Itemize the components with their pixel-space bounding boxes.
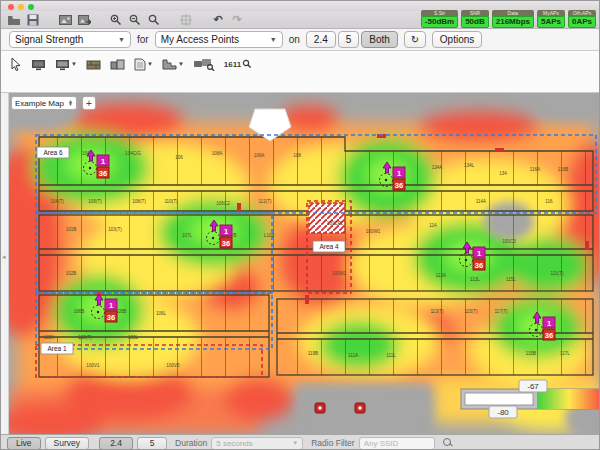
room-label: 110(T) [164, 199, 178, 204]
room-label: 111L [386, 353, 396, 358]
svg-text:1: 1 [101, 157, 105, 166]
floor-tool-icon[interactable]: ▼ [162, 58, 184, 71]
svg-text:36: 36 [107, 313, 115, 322]
area-label[interactable]: Area 4 [313, 241, 345, 252]
map-selector[interactable]: Example Map ▲▼ [11, 96, 77, 110]
room-label: 102B [66, 271, 77, 276]
survey-bottom-bar: Live Survey 2.4 5 Duration 5 seconds▼ Ra… [1, 434, 600, 450]
room-label: 101B [66, 227, 77, 232]
room-label: 117(T) [494, 309, 508, 314]
search-icon[interactable] [443, 438, 453, 448]
refresh-button[interactable]: ↻ [404, 31, 426, 48]
panel-collapse-handle[interactable]: ◂ [2, 253, 6, 261]
floor-plan-canvas[interactable]: 104L104C/G106108A106A108134A134L134116A1… [9, 93, 600, 434]
area-label[interactable]: Area 1 [41, 343, 73, 354]
close-window-button[interactable] [8, 4, 14, 10]
room-label: 100V5 [166, 363, 180, 368]
room-label: 106C2 [216, 201, 230, 206]
room-label: 106 [175, 155, 183, 160]
save-icon[interactable] [26, 13, 40, 26]
fit-view-icon[interactable] [179, 13, 193, 26]
band-both-button[interactable]: Both [361, 31, 398, 48]
excluded-zone-hatch[interactable] [309, 203, 345, 233]
status-badges: S.Str -50dBm SNR 50dB Data 216Mbps MyAPs… [421, 10, 596, 28]
room-label: 106L [156, 311, 167, 316]
bottom-band-2-4-button[interactable]: 2.4 [99, 437, 133, 450]
band-5-button[interactable]: 5 [338, 31, 360, 48]
other-aps-badge: Oth.APs 0APs [568, 10, 596, 28]
room-label: 116B [558, 167, 568, 172]
attenuation-tool-icon[interactable] [110, 58, 125, 71]
legend-range-handle[interactable] [465, 393, 533, 405]
room-label: 107L [182, 233, 193, 238]
open-folder-icon[interactable] [7, 13, 21, 26]
svg-text:1: 1 [547, 319, 551, 328]
legend-high-chip[interactable]: -67 [519, 380, 547, 392]
add-map-button[interactable]: + [82, 96, 96, 110]
floor-plan-walls [39, 137, 593, 377]
room-label: 108A [212, 151, 224, 156]
zoom-out-icon[interactable] [128, 13, 142, 26]
svg-text:-80: -80 [497, 408, 509, 417]
report-tool-icon[interactable]: ▼ [134, 58, 153, 71]
ap-visibility-tool-icon[interactable] [193, 57, 215, 71]
room-label: 109(T) [88, 199, 102, 204]
radio-filter-input[interactable] [359, 437, 435, 450]
svg-text:1: 1 [477, 249, 481, 258]
room-label: 112(T) [258, 199, 272, 204]
room-label: 100V1 [86, 363, 100, 368]
room-label: 113L [470, 277, 480, 282]
room-label: 114 [429, 223, 437, 228]
map-area: 104L104C/G106108A106A108134A134L134116A1… [9, 93, 600, 434]
refresh-icon: ↻ [411, 34, 419, 45]
snr-badge: SNR 50dB [461, 10, 489, 28]
svg-text:1: 1 [224, 227, 228, 236]
svg-text:36: 36 [395, 181, 403, 190]
undo-icon[interactable]: ↶ [211, 13, 225, 26]
room-label: 115B [526, 351, 536, 356]
room-label: 111(T) [551, 271, 564, 276]
display-menu-tool-icon[interactable]: ▼ [55, 58, 77, 71]
site-survey-app-window: ↶ ↷ S.Str -50dBm SNR 50dB Data 216Mbps M… [0, 0, 600, 450]
svg-text:36: 36 [99, 169, 107, 178]
zoom-in-icon[interactable] [109, 13, 123, 26]
redo-icon[interactable]: ↷ [230, 13, 244, 26]
bottom-band-5-button[interactable]: 5 [137, 437, 167, 450]
zoom-window-button[interactable] [28, 4, 34, 10]
room-label: 113(T) [430, 309, 444, 314]
scope-select[interactable]: My Access Points▼ [155, 31, 283, 48]
band-2-4-button[interactable]: 2.4 [306, 31, 336, 48]
chevron-down-icon: ▼ [118, 36, 125, 43]
wall-tool-icon[interactable] [86, 58, 101, 71]
room-label: 134A [432, 165, 444, 170]
survey-mode-button[interactable]: Survey [45, 437, 89, 450]
map-tool-row: ▼ ▼ ▼ 1611 Planning Survey [1, 51, 600, 93]
signal-strength-badge: S.Str -50dBm [421, 10, 458, 28]
select-cursor-icon[interactable] [9, 57, 22, 71]
channel-display-tool-icon[interactable]: 1611 [224, 58, 252, 70]
zoom-search-icon[interactable] [147, 13, 161, 26]
chevron-down-icon: ▼ [292, 440, 298, 446]
options-button[interactable]: Options [432, 31, 482, 48]
chevron-down-icon: ▼ [270, 36, 277, 43]
export-report-image-icon[interactable] [77, 13, 91, 26]
visualization-select[interactable]: Signal Strength▼ [9, 31, 131, 48]
display-tool-icon[interactable] [31, 58, 46, 71]
map-left-gutter: ◂ [1, 93, 9, 434]
room-label: 119B [308, 351, 318, 356]
legend-low-chip[interactable]: -80 [489, 406, 517, 418]
minimize-window-button[interactable] [18, 4, 24, 10]
room-label: 134 [499, 171, 507, 176]
room-label: 104(T) [50, 199, 64, 204]
duration-select[interactable]: 5 seconds▼ [211, 437, 303, 450]
room-label: 105A [44, 335, 56, 340]
radio-filter-label: Radio Filter [311, 438, 354, 448]
area-label[interactable]: Area 6 [37, 147, 69, 158]
export-image-icon[interactable] [58, 13, 72, 26]
room-label: 114A [476, 199, 487, 204]
room-label: 111A [348, 353, 359, 358]
chevron-down-icon: ▼ [178, 61, 184, 67]
live-mode-button[interactable]: Live [7, 437, 41, 450]
room-label: 103(T) [108, 227, 122, 232]
stepper-arrows-icon: ▲▼ [68, 100, 73, 106]
